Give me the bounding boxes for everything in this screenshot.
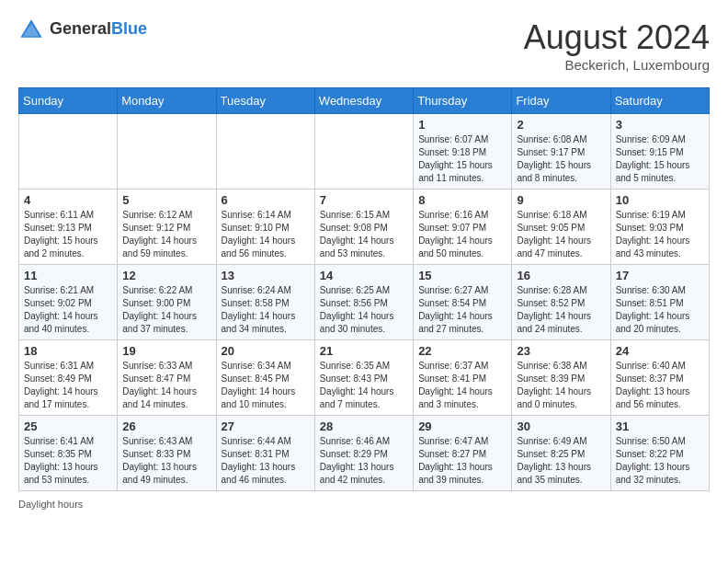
day-info: Sunrise: 6:24 AM Sunset: 8:58 PM Dayligh… — [222, 284, 310, 336]
day-info: Sunrise: 6:41 AM Sunset: 8:35 PM Dayligh… — [24, 435, 112, 487]
calendar-cell: 16Sunrise: 6:28 AM Sunset: 8:52 PM Dayli… — [512, 265, 610, 340]
day-number: 23 — [517, 344, 605, 358]
day-info: Sunrise: 6:31 AM Sunset: 8:49 PM Dayligh… — [24, 360, 112, 411]
day-number: 25 — [24, 419, 112, 433]
calendar-cell: 27Sunrise: 6:44 AM Sunset: 8:31 PM Dayli… — [216, 416, 314, 491]
calendar-cell: 29Sunrise: 6:47 AM Sunset: 8:27 PM Dayli… — [414, 416, 512, 491]
day-number: 7 — [320, 193, 408, 207]
calendar-cell: 13Sunrise: 6:24 AM Sunset: 8:58 PM Dayli… — [216, 265, 314, 340]
day-number: 24 — [616, 344, 704, 358]
day-info: Sunrise: 6:47 AM Sunset: 8:27 PM Dayligh… — [418, 435, 506, 487]
calendar-cell: 31Sunrise: 6:50 AM Sunset: 8:22 PM Dayli… — [610, 416, 709, 491]
calendar-cell: 6Sunrise: 6:14 AM Sunset: 9:10 PM Daylig… — [216, 190, 314, 265]
calendar-week-row: 4Sunrise: 6:11 AM Sunset: 9:13 PM Daylig… — [19, 190, 710, 265]
calendar-header-row: SundayMondayTuesdayWednesdayThursdayFrid… — [19, 88, 710, 114]
day-number: 5 — [122, 193, 210, 207]
day-info: Sunrise: 6:15 AM Sunset: 9:08 PM Dayligh… — [320, 209, 408, 260]
day-number: 3 — [616, 118, 704, 132]
day-of-week-header: Sunday — [19, 88, 118, 114]
calendar-cell: 8Sunrise: 6:16 AM Sunset: 9:07 PM Daylig… — [414, 190, 512, 265]
calendar-table: SundayMondayTuesdayWednesdayThursdayFrid… — [18, 87, 710, 491]
day-info: Sunrise: 6:49 AM Sunset: 8:25 PM Dayligh… — [517, 435, 605, 487]
day-number: 20 — [222, 344, 310, 358]
day-info: Sunrise: 6:07 AM Sunset: 9:18 PM Dayligh… — [418, 133, 506, 185]
day-info: Sunrise: 6:28 AM Sunset: 8:52 PM Dayligh… — [517, 284, 605, 336]
calendar-cell: 4Sunrise: 6:11 AM Sunset: 9:13 PM Daylig… — [19, 190, 118, 265]
day-number: 17 — [616, 269, 704, 282]
calendar-cell: 22Sunrise: 6:37 AM Sunset: 8:41 PM Dayli… — [414, 340, 512, 416]
day-info: Sunrise: 6:25 AM Sunset: 8:56 PM Dayligh… — [320, 284, 408, 336]
calendar-cell: 2Sunrise: 6:08 AM Sunset: 9:17 PM Daylig… — [512, 114, 610, 190]
calendar-cell: 3Sunrise: 6:09 AM Sunset: 9:15 PM Daylig… — [610, 114, 709, 190]
title-section: August 2024 Beckerich, Luxembourg — [524, 18, 710, 73]
day-number: 2 — [517, 118, 605, 132]
day-of-week-header: Friday — [512, 88, 610, 114]
day-number: 14 — [320, 269, 408, 282]
day-info: Sunrise: 6:37 AM Sunset: 8:41 PM Dayligh… — [418, 360, 506, 411]
day-info: Sunrise: 6:30 AM Sunset: 8:51 PM Dayligh… — [616, 284, 704, 336]
day-number: 13 — [222, 269, 310, 282]
day-number: 29 — [418, 419, 506, 433]
calendar-cell: 24Sunrise: 6:40 AM Sunset: 8:37 PM Dayli… — [610, 340, 709, 416]
day-number: 21 — [320, 344, 408, 358]
day-number: 15 — [418, 269, 506, 282]
day-info: Sunrise: 6:21 AM Sunset: 9:02 PM Dayligh… — [24, 284, 112, 336]
calendar-body: 1Sunrise: 6:07 AM Sunset: 9:18 PM Daylig… — [19, 114, 710, 491]
calendar-cell: 9Sunrise: 6:18 AM Sunset: 9:05 PM Daylig… — [512, 190, 610, 265]
calendar-cell: 14Sunrise: 6:25 AM Sunset: 8:56 PM Dayli… — [314, 265, 413, 340]
day-info: Sunrise: 6:40 AM Sunset: 8:37 PM Dayligh… — [616, 360, 704, 411]
day-number: 31 — [616, 419, 704, 433]
day-number: 4 — [24, 193, 112, 207]
day-number: 6 — [222, 193, 310, 207]
calendar-week-row: 25Sunrise: 6:41 AM Sunset: 8:35 PM Dayli… — [19, 416, 710, 491]
day-info: Sunrise: 6:46 AM Sunset: 8:29 PM Dayligh… — [320, 435, 408, 487]
calendar-cell: 18Sunrise: 6:31 AM Sunset: 8:49 PM Dayli… — [19, 340, 118, 416]
calendar-cell: 5Sunrise: 6:12 AM Sunset: 9:12 PM Daylig… — [118, 190, 216, 265]
calendar-cell: 10Sunrise: 6:19 AM Sunset: 9:03 PM Dayli… — [610, 190, 709, 265]
day-info: Sunrise: 6:16 AM Sunset: 9:07 PM Dayligh… — [418, 209, 506, 260]
calendar-week-row: 11Sunrise: 6:21 AM Sunset: 9:02 PM Dayli… — [19, 265, 710, 340]
day-info: Sunrise: 6:12 AM Sunset: 9:12 PM Dayligh… — [122, 209, 210, 260]
day-info: Sunrise: 6:35 AM Sunset: 8:43 PM Dayligh… — [320, 360, 408, 411]
calendar-cell: 11Sunrise: 6:21 AM Sunset: 9:02 PM Dayli… — [19, 265, 118, 340]
calendar-cell: 23Sunrise: 6:38 AM Sunset: 8:39 PM Dayli… — [512, 340, 610, 416]
calendar-cell: 28Sunrise: 6:46 AM Sunset: 8:29 PM Dayli… — [314, 416, 413, 491]
calendar-cell: 1Sunrise: 6:07 AM Sunset: 9:18 PM Daylig… — [414, 114, 512, 190]
calendar-cell: 7Sunrise: 6:15 AM Sunset: 9:08 PM Daylig… — [314, 190, 413, 265]
day-info: Sunrise: 6:14 AM Sunset: 9:10 PM Dayligh… — [222, 209, 310, 260]
day-number: 12 — [122, 269, 210, 282]
day-info: Sunrise: 6:18 AM Sunset: 9:05 PM Dayligh… — [517, 209, 605, 260]
logo-general: General — [50, 19, 111, 38]
calendar-week-row: 18Sunrise: 6:31 AM Sunset: 8:49 PM Dayli… — [19, 340, 710, 416]
calendar-cell: 26Sunrise: 6:43 AM Sunset: 8:33 PM Dayli… — [118, 416, 216, 491]
day-info: Sunrise: 6:19 AM Sunset: 9:03 PM Dayligh… — [616, 209, 704, 260]
day-number: 28 — [320, 419, 408, 433]
day-info: Sunrise: 6:33 AM Sunset: 8:47 PM Dayligh… — [122, 360, 210, 411]
day-of-week-header: Monday — [118, 88, 216, 114]
calendar-cell: 12Sunrise: 6:22 AM Sunset: 9:00 PM Dayli… — [118, 265, 216, 340]
calendar-cell — [216, 114, 314, 190]
day-number: 11 — [24, 269, 112, 282]
day-number: 27 — [222, 419, 310, 433]
day-number: 1 — [418, 118, 506, 132]
calendar-cell: 15Sunrise: 6:27 AM Sunset: 8:54 PM Dayli… — [414, 265, 512, 340]
day-info: Sunrise: 6:38 AM Sunset: 8:39 PM Dayligh… — [517, 360, 605, 411]
day-of-week-header: Wednesday — [314, 88, 413, 114]
day-of-week-header: Tuesday — [216, 88, 314, 114]
day-number: 22 — [418, 344, 506, 358]
day-number: 16 — [517, 269, 605, 282]
calendar-cell: 17Sunrise: 6:30 AM Sunset: 8:51 PM Dayli… — [610, 265, 709, 340]
logo: GeneralBlue — [18, 18, 147, 39]
day-info: Sunrise: 6:08 AM Sunset: 9:17 PM Dayligh… — [517, 133, 605, 185]
page-header: GeneralBlue August 2024 Beckerich, Luxem… — [18, 18, 710, 73]
day-info: Sunrise: 6:34 AM Sunset: 8:45 PM Dayligh… — [222, 360, 310, 411]
calendar-cell: 19Sunrise: 6:33 AM Sunset: 8:47 PM Dayli… — [118, 340, 216, 416]
day-info: Sunrise: 6:43 AM Sunset: 8:33 PM Dayligh… — [122, 435, 210, 487]
calendar-cell — [314, 114, 413, 190]
calendar-cell: 25Sunrise: 6:41 AM Sunset: 8:35 PM Dayli… — [19, 416, 118, 491]
day-number: 9 — [517, 193, 605, 207]
logo-blue: Blue — [111, 19, 147, 38]
day-info: Sunrise: 6:11 AM Sunset: 9:13 PM Dayligh… — [24, 209, 112, 260]
day-number: 8 — [418, 193, 506, 207]
day-info: Sunrise: 6:27 AM Sunset: 8:54 PM Dayligh… — [418, 284, 506, 336]
